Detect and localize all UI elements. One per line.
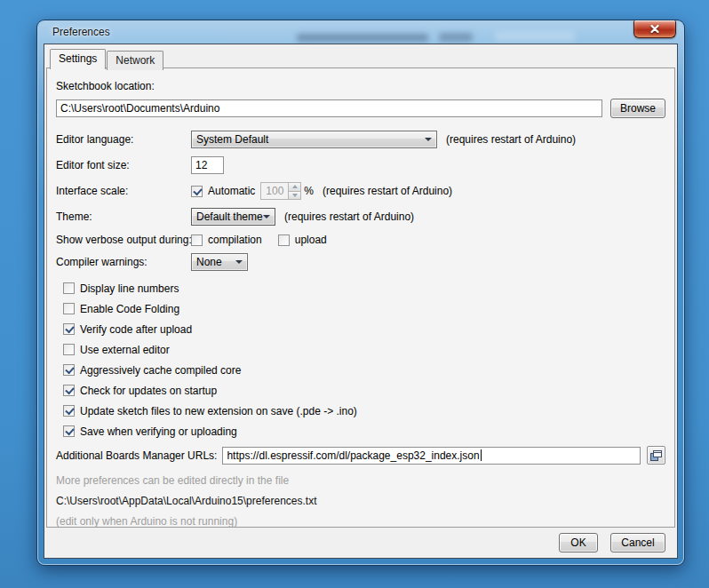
- dialog-content: Settings Network Sketchbook location: Br…: [44, 44, 678, 559]
- sketchbook-location-input[interactable]: [56, 99, 602, 117]
- new-window-icon: [650, 450, 662, 461]
- scale-percent-value: 100: [260, 182, 288, 200]
- browse-button[interactable]: Browse: [610, 99, 665, 118]
- automatic-scale-checkbox-label: Automatic: [208, 185, 255, 197]
- boards-manager-urls-input[interactable]: https://dl.espressif.com/dl/package_esp3…: [222, 447, 641, 465]
- interface-scale-label: Interface scale:: [56, 185, 191, 197]
- list-item: Update sketch files to new extension on …: [63, 405, 665, 417]
- compiler-warnings-select[interactable]: None: [191, 253, 248, 271]
- dialog-titlebar[interactable]: Preferences: [37, 20, 684, 44]
- update-sketch-extension-checkbox[interactable]: [63, 405, 75, 417]
- cancel-button[interactable]: Cancel: [610, 533, 665, 552]
- verbose-upload-checkbox[interactable]: [278, 234, 290, 246]
- aggressively-cache-label: Aggressively cache compiled core: [80, 364, 241, 377]
- list-item: Aggressively cache compiled core: [63, 364, 665, 376]
- options-checkbox-list: Display line numbers Enable Code Folding…: [56, 282, 665, 437]
- scale-percent-spinner: 100: [260, 182, 301, 200]
- edit-warning-note: (edit only when Arduino is not running): [56, 515, 237, 528]
- list-item: Save when verifying or uploading: [63, 425, 665, 437]
- close-button[interactable]: [633, 20, 676, 38]
- boards-manager-urls-label: Additional Boards Manager URLs:: [56, 449, 217, 462]
- theme-select[interactable]: Default theme: [191, 208, 275, 226]
- settings-tab-page: Sketchbook location: Browse Editor langu…: [46, 68, 675, 528]
- percent-sign: %: [304, 185, 314, 197]
- dialog-footer: OK Cancel: [44, 528, 677, 558]
- verbose-output-label: Show verbose output during:: [56, 234, 191, 246]
- verbose-compilation-checkbox[interactable]: [191, 234, 203, 246]
- editor-language-value: System Default: [196, 133, 268, 146]
- preferences-dialog: Preferences Settings Network Sketchbook …: [37, 20, 684, 565]
- theme-note: (requires restart of Arduino): [284, 211, 414, 223]
- check-for-updates-checkbox[interactable]: [63, 385, 75, 396]
- check-for-updates-label: Check for updates on startup: [80, 385, 217, 397]
- theme-value: Default theme: [196, 211, 263, 223]
- use-external-editor-checkbox[interactable]: [63, 344, 75, 355]
- tab-settings[interactable]: Settings: [50, 49, 106, 69]
- close-icon: [650, 25, 659, 33]
- background-window-ghost: [439, 33, 473, 42]
- verify-code-after-upload-label: Verify code after upload: [80, 323, 192, 336]
- enable-code-folding-checkbox[interactable]: [63, 303, 75, 314]
- spinner-up-icon: [289, 183, 300, 192]
- compiler-warnings-value: None: [196, 256, 222, 268]
- chevron-down-icon: [425, 138, 432, 141]
- editor-language-select[interactable]: System Default: [191, 131, 437, 148]
- chevron-down-icon: [235, 260, 243, 264]
- more-preferences-note: More preferences can be edited directly …: [56, 474, 289, 487]
- background-window-ghost: [297, 34, 428, 42]
- save-when-verifying-checkbox[interactable]: [63, 425, 75, 437]
- text-cursor: [481, 449, 482, 461]
- display-line-numbers-checkbox[interactable]: [63, 282, 75, 294]
- editor-font-size-input[interactable]: [191, 156, 224, 174]
- tab-bar: Settings Network: [44, 44, 677, 68]
- update-sketch-extension-label: Update sketch files to new extension on …: [80, 405, 357, 417]
- list-item: Enable Code Folding: [63, 303, 665, 314]
- chevron-down-icon: [263, 215, 270, 219]
- preferences-file-path: C:\Users\root\AppData\Local\Arduino15\pr…: [56, 495, 316, 507]
- spinner-down-icon: [289, 192, 300, 200]
- verbose-compilation-label: compilation: [208, 234, 262, 246]
- display-line-numbers-label: Display line numbers: [80, 282, 179, 295]
- list-item: Display line numbers: [63, 282, 665, 294]
- list-item: Verify code after upload: [63, 323, 665, 335]
- tab-network[interactable]: Network: [107, 51, 163, 70]
- editor-language-label: Editor language:: [56, 133, 191, 146]
- editor-font-size-label: Editor font size:: [56, 159, 191, 171]
- boards-manager-urls-value: https://dl.espressif.com/dl/package_esp3…: [227, 449, 479, 462]
- theme-label: Theme:: [56, 211, 191, 223]
- interface-scale-note: (requires restart of Arduino): [323, 185, 452, 197]
- sketchbook-location-label: Sketchbook location:: [56, 80, 155, 92]
- save-when-verifying-label: Save when verifying or uploading: [80, 425, 237, 438]
- background-window-ghost: [495, 31, 575, 42]
- aggressively-cache-checkbox[interactable]: [63, 364, 75, 376]
- use-external-editor-label: Use external editor: [80, 344, 170, 356]
- compiler-warnings-label: Compiler warnings:: [56, 256, 191, 268]
- verify-code-after-upload-checkbox[interactable]: [63, 323, 75, 335]
- editor-language-note: (requires restart of Arduino): [446, 133, 576, 146]
- enable-code-folding-label: Enable Code Folding: [80, 303, 179, 315]
- ok-button[interactable]: OK: [559, 533, 598, 552]
- automatic-scale-checkbox[interactable]: [191, 186, 203, 197]
- dialog-title: Preferences: [52, 26, 110, 38]
- list-item: Check for updates on startup: [63, 385, 665, 396]
- list-item: Use external editor: [63, 344, 665, 355]
- open-urls-editor-button[interactable]: [647, 446, 665, 465]
- verbose-upload-label: upload: [295, 234, 327, 246]
